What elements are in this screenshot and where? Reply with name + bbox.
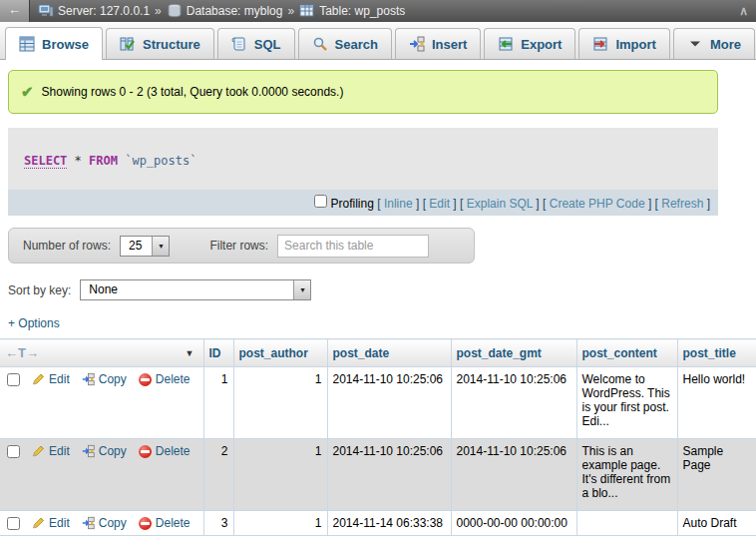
cell-post-date-gmt: 0000-00-00 00:00:00: [451, 511, 576, 536]
tab-browse[interactable]: Browse: [5, 27, 103, 60]
profiling-checkbox[interactable]: [314, 195, 327, 208]
tab-more[interactable]: More: [673, 28, 755, 59]
pencil-icon: [32, 444, 45, 458]
tab-insert[interactable]: Insert: [395, 28, 481, 59]
cell-id: 2: [203, 439, 233, 511]
table-row: Edit Copy Delete 2 1 2014-11-10 10:25:06…: [0, 439, 756, 511]
status-message-text: Showing rows 0 - 2 (3 total, Query took …: [42, 85, 344, 99]
delete-icon: [139, 517, 152, 530]
copy-row-link[interactable]: Copy: [99, 444, 127, 458]
cell-post-content: [576, 511, 677, 536]
row-checkbox[interactable]: [7, 517, 20, 530]
tab-more-label: More: [710, 37, 741, 52]
table-row: Edit Copy Delete 3 1 2014-11-14 06:33:38…: [0, 511, 756, 536]
chevron-down-icon: [687, 36, 703, 52]
table-header-row: ←T→ ▼ ID post_author post_date post_date…: [0, 339, 756, 367]
bracket: ]: [536, 197, 539, 211]
insert-icon: [409, 36, 425, 52]
tab-export-label: Export: [521, 37, 562, 52]
tab-export[interactable]: Export: [484, 28, 575, 59]
breadcrumb-table[interactable]: Table: wp_posts: [299, 3, 405, 19]
breadcrumb-table-label: Table: wp_posts: [319, 4, 405, 18]
copy-icon: [82, 516, 95, 530]
profiling-label[interactable]: Profiling: [331, 197, 374, 211]
copy-icon: [82, 444, 95, 458]
create-php-code-link[interactable]: Create PHP Code: [550, 197, 645, 211]
search-icon: [312, 36, 328, 52]
export-icon: [498, 36, 514, 52]
column-header-post-author[interactable]: post_author: [233, 339, 327, 367]
rows-per-page-label: Number of rows:: [23, 239, 111, 253]
tab-structure-label: Structure: [143, 37, 200, 52]
bracket: [: [423, 197, 426, 211]
tab-import-label: Import: [615, 37, 655, 52]
tab-insert-label: Insert: [432, 37, 467, 52]
pencil-icon: [32, 372, 45, 386]
table-row: Edit Copy Delete 1 1 2014-11-10 10:25:06…: [0, 367, 756, 439]
tab-structure[interactable]: Structure: [106, 28, 214, 59]
column-header-id[interactable]: ID: [203, 339, 233, 367]
copy-row-link[interactable]: Copy: [99, 372, 127, 386]
refresh-link[interactable]: Refresh: [661, 197, 703, 211]
cell-post-content: This is an example page. It's different …: [576, 439, 677, 511]
structure-icon: [120, 36, 136, 52]
sort-row: Sort by key: None ▼: [8, 279, 756, 300]
bracket: [: [543, 197, 546, 211]
success-check-icon: ✔: [21, 83, 34, 101]
breadcrumb-server[interactable]: Server: 127.0.0.1: [38, 3, 150, 19]
bracket: [: [377, 197, 380, 211]
collapse-panel-button[interactable]: ∧: [729, 4, 756, 18]
tab-sql-label: SQL: [254, 37, 281, 52]
row-checkbox[interactable]: [7, 373, 20, 386]
tab-sql[interactable]: SQL: [217, 28, 295, 59]
sort-dropdown-icon[interactable]: ▼: [186, 348, 198, 358]
sort-by-key-select[interactable]: None ▼: [80, 279, 311, 300]
breadcrumb: Server: 127.0.0.1 » Database: myblog » T…: [30, 3, 729, 19]
options-toggle[interactable]: + Options: [8, 316, 756, 330]
sql-keyword-from: FROM: [89, 154, 118, 168]
column-actions-header: ←T→ ▼: [0, 339, 203, 367]
sort-by-key-label: Sort by key:: [8, 283, 71, 297]
column-header-post-title[interactable]: post_title: [677, 339, 756, 367]
bracket: ]: [416, 197, 419, 211]
column-header-post-date[interactable]: post_date: [327, 339, 451, 367]
filter-rows-input[interactable]: [277, 235, 429, 258]
pencil-icon: [32, 516, 45, 530]
delete-icon: [139, 373, 152, 386]
column-header-post-content[interactable]: post_content: [576, 339, 677, 367]
row-checkbox[interactable]: [7, 445, 20, 458]
cell-post-date: 2014-11-14 06:33:38: [327, 511, 451, 536]
inline-link[interactable]: Inline: [384, 197, 413, 211]
delete-icon: [139, 445, 152, 458]
breadcrumb-separator: »: [287, 4, 294, 18]
table-icon: [299, 3, 315, 19]
delete-row-link[interactable]: Delete: [156, 372, 190, 386]
explain-sql-link[interactable]: Explain SQL: [467, 197, 533, 211]
column-header-post-date-gmt[interactable]: post_date_gmt: [451, 339, 576, 367]
tab-search[interactable]: Search: [298, 28, 392, 59]
tab-import[interactable]: Import: [578, 28, 669, 59]
edit-row-link[interactable]: Edit: [49, 372, 70, 386]
delete-row-link[interactable]: Delete: [156, 444, 190, 458]
breadcrumb-server-label: Server: 127.0.0.1: [58, 4, 150, 18]
tab-search-label: Search: [335, 37, 378, 52]
back-button[interactable]: ←: [0, 0, 30, 22]
row-nav-arrows[interactable]: ←T→: [5, 345, 39, 360]
rows-per-page-select[interactable]: 25 ▼: [120, 236, 170, 257]
bracket: [: [655, 197, 658, 211]
cell-post-author: 1: [233, 367, 327, 439]
edit-query-link[interactable]: Edit: [429, 197, 450, 211]
copy-row-link[interactable]: Copy: [99, 516, 127, 530]
cell-post-date-gmt: 2014-11-10 10:25:06: [451, 367, 576, 439]
cell-post-author: 1: [233, 439, 327, 511]
bracket: [: [460, 197, 463, 211]
breadcrumb-database[interactable]: Database: myblog: [167, 3, 283, 19]
database-icon: [167, 3, 183, 19]
edit-row-link[interactable]: Edit: [49, 516, 70, 530]
bracket: ]: [648, 197, 651, 211]
edit-row-link[interactable]: Edit: [49, 444, 70, 458]
sql-keyword-select[interactable]: SELECT: [24, 154, 67, 169]
cell-post-date: 2014-11-10 10:25:06: [327, 367, 451, 439]
breadcrumb-database-label: Database: myblog: [187, 4, 283, 18]
delete-row-link[interactable]: Delete: [156, 516, 190, 530]
